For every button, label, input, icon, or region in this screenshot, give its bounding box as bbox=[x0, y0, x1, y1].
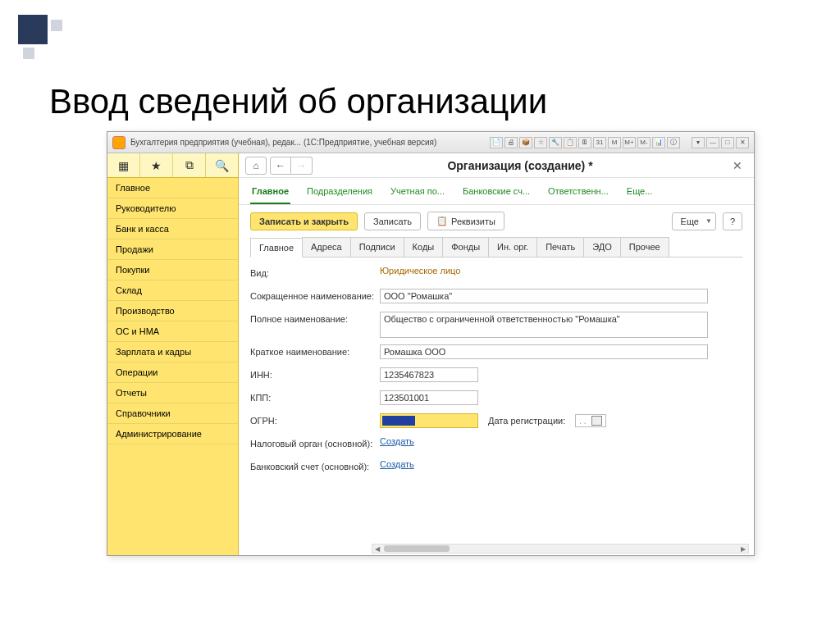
window-controls: 📄🖨📦☆🔧📋🗓31MM+M-📊ⓘ▾—□✕ bbox=[490, 137, 749, 148]
sidebar-item[interactable]: Отчеты bbox=[107, 383, 238, 403]
form: Вид: Юридическое лицо Сокращенное наимен… bbox=[239, 258, 754, 490]
type-value[interactable]: Юридическое лицо bbox=[380, 266, 742, 276]
tax-org-create-link[interactable]: Создать bbox=[380, 436, 414, 446]
chevron-down-icon: ▼ bbox=[705, 217, 712, 225]
inner-tabs: ГлавноеАдресаПодписиКодыФондыИн. орг.Печ… bbox=[250, 237, 742, 258]
inner-tab[interactable]: ЭДО bbox=[583, 237, 621, 257]
inner-tab[interactable]: Главное bbox=[250, 238, 303, 258]
section-tab[interactable]: Ответственн... bbox=[546, 183, 610, 204]
save-close-button[interactable]: Записать и закрыть bbox=[250, 212, 358, 230]
short-name-label: Сокращенное наименование: bbox=[250, 289, 380, 301]
ogrn-label: ОГРН: bbox=[250, 413, 380, 426]
sidebar-item[interactable]: Покупки bbox=[107, 260, 238, 280]
window-icon[interactable]: ⓘ bbox=[667, 137, 680, 148]
window-icon[interactable]: ✕ bbox=[736, 137, 749, 148]
brief-name-input[interactable] bbox=[380, 344, 708, 359]
sidebar-nav: ГлавноеРуководителюБанк и кассаПродажиПо… bbox=[107, 178, 238, 444]
sidebar: ▦ ★ ⧉ 🔍 ГлавноеРуководителюБанк и кассаП… bbox=[107, 153, 239, 555]
window-icon[interactable]: M bbox=[608, 137, 621, 148]
section-tab[interactable]: Главное bbox=[250, 183, 290, 204]
window-icon[interactable]: □ bbox=[721, 137, 734, 148]
window-titlebar: Бухгалтерия предприятия (учебная), редак… bbox=[107, 132, 754, 153]
tab-icon[interactable]: ⧉ bbox=[173, 153, 206, 177]
type-label: Вид: bbox=[250, 266, 380, 278]
section-tab[interactable]: Учетная по... bbox=[389, 183, 446, 204]
reg-date-label: Дата регистрации: bbox=[488, 416, 565, 426]
sidebar-item[interactable]: Продажи bbox=[107, 239, 238, 260]
brief-name-label: Краткое наименование: bbox=[250, 344, 380, 357]
inner-tab[interactable]: Подписи bbox=[350, 237, 404, 257]
window-icon[interactable]: 📊 bbox=[652, 137, 665, 148]
slide-title: Ввод сведений об организации bbox=[49, 82, 799, 121]
window-icon[interactable]: M+ bbox=[623, 137, 636, 148]
sidebar-item[interactable]: Склад bbox=[107, 280, 238, 301]
save-button[interactable]: Записать bbox=[364, 212, 421, 230]
bank-acct-label: Банковский счет (основной): bbox=[250, 459, 380, 472]
inner-tab[interactable]: Прочее bbox=[620, 237, 669, 257]
sidebar-item[interactable]: ОС и НМА bbox=[107, 321, 238, 342]
sidebar-item[interactable]: Производство bbox=[107, 301, 238, 321]
inn-input[interactable] bbox=[380, 367, 478, 382]
help-button[interactable]: ? bbox=[723, 212, 742, 230]
sidebar-item[interactable]: Операции bbox=[107, 362, 238, 383]
full-name-label: Полное наименование: bbox=[250, 312, 380, 324]
inner-tab[interactable]: Фонды bbox=[442, 237, 489, 257]
scrollbar-thumb[interactable] bbox=[384, 545, 450, 552]
window-icon[interactable]: 📦 bbox=[519, 137, 532, 148]
window-icon[interactable]: ☆ bbox=[534, 137, 547, 148]
window-icon[interactable]: 31 bbox=[593, 137, 606, 148]
ogrn-input[interactable] bbox=[380, 413, 478, 428]
app-window: Бухгалтерия предприятия (учебная), редак… bbox=[107, 131, 755, 556]
kpp-input[interactable] bbox=[380, 390, 478, 405]
section-tabs: ГлавноеПодразделенияУчетная по...Банковс… bbox=[239, 178, 754, 205]
sidebar-item[interactable]: Справочники bbox=[107, 403, 238, 424]
sidebar-item[interactable]: Администрирование bbox=[107, 424, 238, 444]
section-tab[interactable]: Еще... bbox=[625, 183, 655, 204]
close-icon[interactable]: ✕ bbox=[728, 159, 747, 172]
sidebar-item[interactable]: Главное bbox=[107, 178, 238, 198]
calendar-icon[interactable] bbox=[591, 416, 602, 426]
app-logo-icon bbox=[112, 136, 126, 149]
inner-tab[interactable]: Печать bbox=[536, 237, 584, 257]
inner-tab[interactable]: Коды bbox=[404, 237, 444, 257]
window-title: Бухгалтерия предприятия (учебная), редак… bbox=[130, 138, 490, 147]
bank-acct-create-link[interactable]: Создать bbox=[380, 459, 414, 469]
sidebar-toolbar: ▦ ★ ⧉ 🔍 bbox=[107, 153, 238, 178]
window-icon[interactable]: 🔧 bbox=[549, 137, 562, 148]
inner-tab[interactable]: Адреса bbox=[302, 237, 351, 257]
window-icon[interactable]: 🖨 bbox=[504, 137, 518, 148]
sidebar-item[interactable]: Банк и касса bbox=[107, 219, 238, 239]
window-icon[interactable]: ▾ bbox=[692, 137, 705, 148]
horizontal-scrollbar[interactable]: ◀ ▶ bbox=[372, 544, 749, 554]
window-icon[interactable]: 📄 bbox=[490, 137, 503, 148]
sidebar-item[interactable]: Зарплата и кадры bbox=[107, 342, 238, 362]
window-icon[interactable]: M- bbox=[637, 137, 651, 148]
list-icon: 📋 bbox=[436, 216, 448, 226]
more-button[interactable]: Еще▼ bbox=[672, 212, 716, 230]
window-icon[interactable]: — bbox=[706, 137, 719, 148]
section-tab[interactable]: Подразделения bbox=[305, 183, 374, 204]
scroll-right-icon[interactable]: ▶ bbox=[738, 545, 748, 553]
section-tab[interactable]: Банковские сч... bbox=[461, 183, 532, 204]
forward-button[interactable]: → bbox=[291, 157, 313, 175]
full-name-input[interactable] bbox=[380, 312, 708, 338]
toolbar: Записать и закрыть Записать 📋Реквизиты Е… bbox=[239, 205, 754, 237]
home-button[interactable]: ⌂ bbox=[245, 157, 267, 175]
kpp-label: КПП: bbox=[250, 390, 380, 403]
details-button[interactable]: 📋Реквизиты bbox=[427, 212, 504, 230]
back-button[interactable]: ← bbox=[270, 157, 291, 175]
top-nav-row: ⌂ ← → Организация (создание) * ✕ bbox=[239, 153, 754, 178]
reg-date-input[interactable]: . . bbox=[575, 414, 605, 427]
tax-org-label: Налоговый орган (основной): bbox=[250, 436, 380, 449]
page-title: Организация (создание) * bbox=[316, 159, 724, 172]
inn-label: ИНН: bbox=[250, 367, 380, 380]
window-icon[interactable]: 🗓 bbox=[578, 137, 591, 148]
grid-icon[interactable]: ▦ bbox=[107, 153, 140, 177]
inner-tab[interactable]: Ин. орг. bbox=[488, 237, 537, 257]
sidebar-item[interactable]: Руководителю bbox=[107, 198, 238, 219]
search-icon[interactable]: 🔍 bbox=[206, 153, 238, 177]
star-icon[interactable]: ★ bbox=[140, 153, 173, 177]
scroll-left-icon[interactable]: ◀ bbox=[372, 545, 382, 553]
short-name-input[interactable] bbox=[380, 289, 708, 303]
window-icon[interactable]: 📋 bbox=[564, 137, 577, 148]
